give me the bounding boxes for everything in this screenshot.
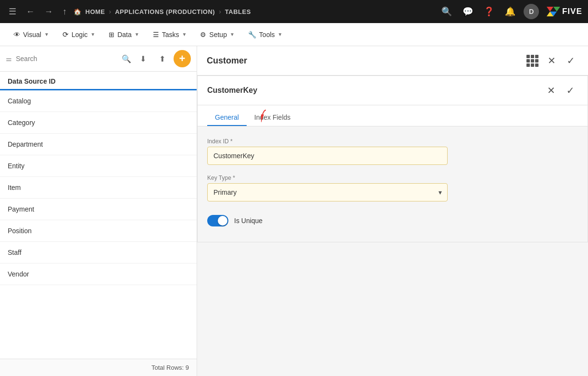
tasks-icon: ☰ <box>153 31 159 38</box>
setup-icon: ⚙ <box>200 31 206 38</box>
breadcrumb: 🏠 HOME › APPLICATIONS (PRODUCTION) › TAB… <box>74 8 435 15</box>
tab-index-fields[interactable]: Index Fields <box>247 109 298 126</box>
toggle-knob <box>218 216 227 226</box>
second-nav: 👁 Visual ▼ ⟳ Logic ▼ ⊞ Data ▼ ☰ Tasks ▼ … <box>0 23 588 46</box>
logic-chevron: ▼ <box>90 32 95 37</box>
sidebar-header: Data Source ID <box>0 72 197 90</box>
sidebar-footer: Total Rows: 9 <box>0 359 197 376</box>
add-button[interactable]: + <box>174 50 191 67</box>
download-icon[interactable]: ⬇ <box>135 51 150 66</box>
breadcrumb-tables[interactable]: TABLES <box>225 8 251 15</box>
index-id-label: Index ID * <box>207 138 448 145</box>
tools-icon: 🔧 <box>248 31 256 38</box>
visual-chevron: ▼ <box>44 32 49 37</box>
svg-marker-0 <box>547 7 553 12</box>
sidebar-search-bar: ⚌ 🔍 ⬇ ⬆ + <box>0 46 197 72</box>
list-item[interactable]: Department <box>0 134 197 155</box>
right-panel: Customer ✕ ✓ CustomerKey ✕ ✓ <box>197 46 588 376</box>
is-unique-toggle[interactable] <box>207 215 228 226</box>
chat-icon[interactable]: 💬 <box>460 4 475 19</box>
tabs-bar: General Index Fields <box>198 105 588 126</box>
up-icon[interactable]: ↑ <box>60 5 70 19</box>
top-nav: ☰ ← → ↑ 🏠 HOME › APPLICATIONS (PRODUCTIO… <box>0 0 588 23</box>
sub-panel-header: CustomerKey ✕ ✓ <box>198 76 588 105</box>
menu-icon[interactable]: ☰ <box>6 4 19 19</box>
sub-panel-actions: ✕ ✓ <box>543 83 578 98</box>
breadcrumb-sep-1: › <box>109 8 112 15</box>
upload-icon[interactable]: ⬆ <box>154 51 170 66</box>
sub-panel: CustomerKey ✕ ✓ General Index Fields <box>197 75 588 242</box>
search-nav-icon[interactable]: 🔍 <box>439 4 454 19</box>
list-item[interactable]: Position <box>0 220 197 242</box>
nav-tasks[interactable]: ☰ Tasks ▼ <box>147 28 193 41</box>
main-layout: ⚌ 🔍 ⬇ ⬆ + Data Source ID Catalog Categor… <box>0 46 588 376</box>
help-icon[interactable]: ❓ <box>481 4 497 19</box>
logic-icon: ⟳ <box>63 30 69 39</box>
search-input[interactable] <box>16 55 118 63</box>
five-logo: FIVE <box>547 7 582 16</box>
data-icon: ⊞ <box>109 31 114 38</box>
svg-marker-1 <box>553 7 560 12</box>
list-item[interactable]: Category <box>0 112 197 134</box>
nav-tools[interactable]: 🔧 Tools ▼ <box>242 28 288 41</box>
is-unique-label: Is Unique <box>234 217 263 225</box>
nav-data[interactable]: ⊞ Data ▼ <box>103 28 145 41</box>
sidebar-list: Catalog Category Department Entity Item … <box>0 90 197 359</box>
filter-icon: ⚌ <box>6 55 12 63</box>
tab-content: Index ID * Key Type * Primary Unique Ind… <box>198 126 588 242</box>
breadcrumb-sep-2: › <box>219 8 221 15</box>
search-icon[interactable]: 🔍 <box>122 54 131 63</box>
back-icon[interactable]: ← <box>23 5 38 19</box>
key-type-select-wrapper: Primary Unique Index ▾ <box>207 183 448 201</box>
sub-panel-title: CustomerKey <box>207 86 543 95</box>
confirm-panel-icon[interactable]: ✓ <box>563 53 578 68</box>
list-item[interactable]: Payment <box>0 199 197 220</box>
list-item[interactable]: Item <box>0 177 197 199</box>
grid-view-icon[interactable] <box>525 53 540 68</box>
tasks-chevron: ▼ <box>182 32 187 37</box>
confirm-sub-panel-icon[interactable]: ✓ <box>563 83 578 98</box>
tab-general[interactable]: General <box>207 109 247 126</box>
key-type-select[interactable]: Primary Unique Index <box>207 183 448 201</box>
avatar[interactable]: D <box>524 4 539 19</box>
data-chevron: ▼ <box>135 32 139 37</box>
panel-header: Customer ✕ ✓ <box>197 46 588 75</box>
list-item[interactable]: Staff <box>0 242 197 263</box>
arrow-annotation <box>261 108 285 125</box>
panel-title: Customer <box>207 56 525 66</box>
top-nav-right: 🔍 💬 ❓ 🔔 D FIVE <box>439 4 582 19</box>
home-icon: 🏠 <box>74 8 82 15</box>
bell-icon[interactable]: 🔔 <box>502 4 518 19</box>
breadcrumb-home[interactable]: 🏠 HOME <box>74 8 105 15</box>
visual-icon: 👁 <box>13 31 20 38</box>
key-type-label: Key Type * <box>207 175 448 181</box>
five-logo-text: FIVE <box>562 7 582 16</box>
nav-visual[interactable]: 👁 Visual ▼ <box>8 28 55 41</box>
is-unique-row: Is Unique <box>207 211 578 230</box>
nav-setup[interactable]: ⚙ Setup ▼ <box>194 28 240 41</box>
index-id-input[interactable] <box>207 147 448 165</box>
list-item[interactable]: Vendor <box>0 263 197 285</box>
tools-chevron: ▼ <box>278 32 283 37</box>
close-panel-icon[interactable]: ✕ <box>544 53 559 68</box>
breadcrumb-applications[interactable]: APPLICATIONS (PRODUCTION) <box>115 8 215 15</box>
index-id-field: Index ID * <box>207 138 448 165</box>
sidebar: ⚌ 🔍 ⬇ ⬆ + Data Source ID Catalog Categor… <box>0 46 197 376</box>
list-item[interactable]: Catalog <box>0 90 197 112</box>
panel-header-actions: ✕ ✓ <box>525 53 578 68</box>
setup-chevron: ▼ <box>230 32 235 37</box>
key-type-field: Key Type * Primary Unique Index ▾ <box>207 175 448 201</box>
forward-icon[interactable]: → <box>41 5 56 19</box>
list-item[interactable]: Entity <box>0 155 197 177</box>
nav-logic[interactable]: ⟳ Logic ▼ <box>57 27 101 42</box>
close-sub-panel-icon[interactable]: ✕ <box>543 83 559 98</box>
